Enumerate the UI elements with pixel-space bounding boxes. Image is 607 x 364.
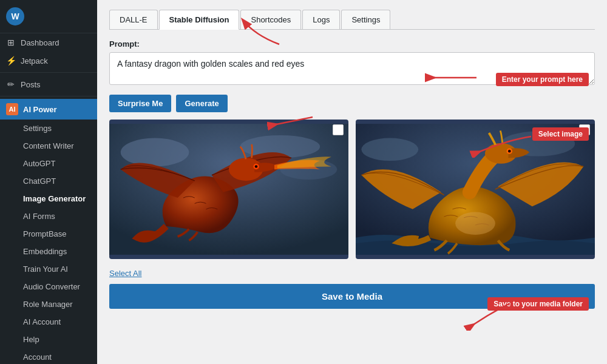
image-grid (109, 120, 595, 259)
svg-point-17 (455, 212, 495, 235)
dragon-image-2 (356, 120, 595, 259)
sidebar-item-image-generator[interactable]: Image Generator (0, 190, 97, 207)
posts-icon: ✏ (6, 79, 16, 89)
sidebar-item-autogpt[interactable]: AutoGPT (0, 155, 97, 172)
tab-shortcodes[interactable]: Shortcodes (240, 10, 301, 29)
image-1-checkbox[interactable] (333, 124, 344, 135)
sidebar-item-promptbase[interactable]: PromptBase (0, 225, 97, 243)
dashboard-icon: ⊞ (6, 38, 16, 47)
save-to-media-button[interactable]: Save to Media (109, 284, 595, 309)
jetpack-icon: ⚡ (6, 56, 16, 66)
sidebar-item-ai-account[interactable]: AI Account (0, 313, 97, 331)
tab-bar: DALL-E Stable Diffusion Shortcodes Logs … (109, 10, 595, 30)
wordpress-icon: W (6, 7, 24, 25)
sidebar-logo: W (0, 0, 97, 33)
sidebar-item-audio-converter[interactable]: Audio Converter (0, 278, 97, 295)
sidebar-item-jetpack[interactable]: ⚡ Jetpack (0, 52, 97, 70)
image-card-2 (356, 120, 595, 259)
dragon-image-1 (109, 120, 348, 259)
sidebar-item-ai-forms[interactable]: AI Forms (0, 207, 97, 225)
sidebar-item-account[interactable]: Account (0, 348, 97, 364)
svg-point-16 (508, 150, 511, 153)
sidebar-item-content-writer[interactable]: Content Writer (0, 137, 97, 155)
surprise-me-button[interactable]: Surprise Me (109, 95, 171, 112)
sidebar-item-settings[interactable]: Settings (0, 120, 97, 137)
prompt-input[interactable]: A fantasy dragon with golden scales and … (109, 52, 595, 85)
sidebar-item-help[interactable]: Help (0, 331, 97, 348)
tab-settings[interactable]: Settings (341, 10, 390, 29)
sidebar-item-chatgpt[interactable]: ChatGPT (0, 172, 97, 190)
tab-logs[interactable]: Logs (302, 10, 340, 29)
action-row: Surprise Me Generate (109, 95, 595, 112)
svg-point-10 (255, 165, 258, 168)
sidebar-item-train-your-ai[interactable]: Train Your AI (0, 260, 97, 278)
sidebar-item-embeddings[interactable]: Embeddings (0, 243, 97, 260)
svg-point-5 (121, 138, 189, 167)
tab-dalle[interactable]: DALL-E (109, 10, 158, 29)
sidebar-item-ai-power[interactable]: AI AI Power (0, 99, 97, 120)
sidebar-item-posts[interactable]: ✏ Posts (0, 75, 97, 93)
tab-stable-diffusion[interactable]: Stable Diffusion (159, 10, 240, 30)
sidebar-item-role-manager[interactable]: Role Manager (0, 295, 97, 313)
image-card-1 (109, 120, 348, 259)
sidebar: W ⊞ Dashboard ⚡ Jetpack ✏ Posts AI AI Po… (0, 0, 97, 364)
sidebar-item-dashboard[interactable]: ⊞ Dashboard (0, 33, 97, 52)
generate-button[interactable]: Generate (176, 95, 227, 112)
select-all-link[interactable]: Select All (109, 269, 141, 278)
svg-point-12 (361, 138, 418, 161)
image-2-checkbox[interactable] (579, 124, 590, 135)
prompt-label: Prompt: (109, 39, 595, 49)
main-content: DALL-E Stable Diffusion Shortcodes Logs … (97, 0, 607, 364)
ai-power-icon: AI (6, 103, 18, 115)
